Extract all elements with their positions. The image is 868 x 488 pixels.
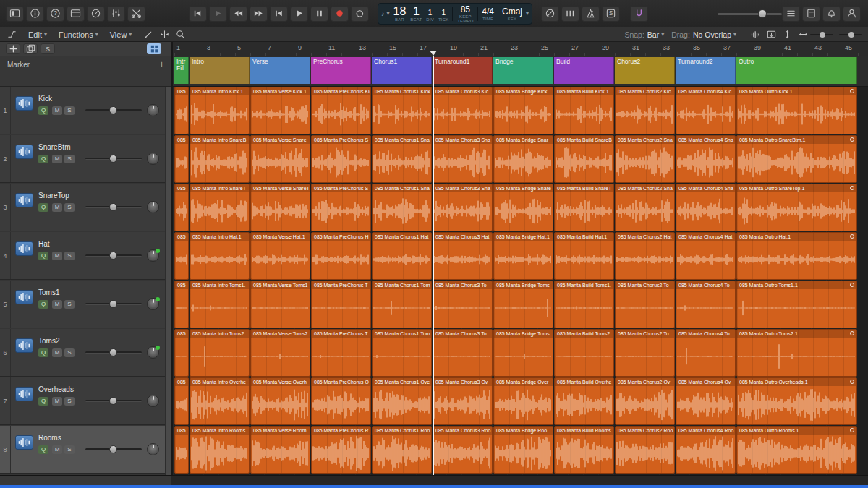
track-header-overheads[interactable]: 7OverheadsQMS xyxy=(0,377,165,425)
inspector-icon[interactable] xyxy=(26,6,44,22)
audio-region[interactable]: 085 Manta Chorus3 Ov xyxy=(433,377,493,425)
audio-region[interactable]: 085 Manta Verse Hat.1 xyxy=(250,232,310,280)
track-header-toms1[interactable]: 5Toms1QMS xyxy=(0,281,165,328)
track-volume-slider[interactable] xyxy=(85,202,142,212)
solo-button[interactable]: S xyxy=(64,300,75,309)
audio-region[interactable]: 085 Manta Bridge Toms xyxy=(493,281,553,328)
mute-button[interactable]: M xyxy=(52,445,62,454)
audio-region[interactable]: 085 Manta Build Toms1. xyxy=(554,281,614,328)
track-volume-slider[interactable] xyxy=(85,445,142,454)
tuner-icon[interactable] xyxy=(630,6,648,22)
audio-region[interactable]: 085 xyxy=(174,184,189,231)
quantize-button[interactable]: Q xyxy=(38,203,48,212)
audio-region[interactable]: 085 Manta Chorus2 To xyxy=(615,329,675,377)
audio-region[interactable]: 085 Manta Intro Overhe xyxy=(190,377,250,425)
toolbar-icon[interactable] xyxy=(67,6,85,22)
audio-region[interactable]: 085 Manta Chorus4 Roo xyxy=(676,426,736,474)
section-marker[interactable]: Bridge xyxy=(493,57,553,84)
audio-region[interactable]: 085 Manta Chorus4 Kic xyxy=(676,87,736,134)
audio-region[interactable]: 085 Manta Chorus4 To xyxy=(676,329,736,377)
audio-waveform-icon[interactable] xyxy=(15,435,33,450)
audio-region[interactable]: 085 Manta Chorus3 Hat xyxy=(433,232,493,280)
snap-dropdown[interactable]: Snap: Bar ▾ xyxy=(624,30,664,39)
section-marker[interactable]: Verse xyxy=(250,57,310,84)
audio-region[interactable]: 085 Manta Bridge Kick. xyxy=(493,87,553,134)
solo-icon[interactable]: S xyxy=(602,6,620,22)
audio-region[interactable]: 085 Manta Outro Toms1.1 xyxy=(736,281,857,328)
count-in-icon[interactable] xyxy=(561,6,579,22)
lcd-mode-icon[interactable]: ♪▾ xyxy=(381,10,390,17)
mute-button[interactable]: M xyxy=(52,203,62,212)
quantize-button[interactable]: Q xyxy=(38,252,48,260)
track-header-hat[interactable]: 4HatQMS xyxy=(0,232,165,280)
audio-region[interactable]: 085 Manta Verse Toms1 xyxy=(250,281,310,328)
track-volume-slider[interactable] xyxy=(85,154,142,163)
audio-region[interactable]: 085 Manta Chorus2 Hat xyxy=(615,232,675,280)
audio-region[interactable]: 085 Manta Outro SnareBtm.1 xyxy=(736,135,857,183)
solo-button[interactable]: S xyxy=(64,203,75,212)
master-solo-button[interactable]: S xyxy=(41,43,55,54)
pan-knob[interactable] xyxy=(147,153,159,165)
track-view-toggle-button[interactable] xyxy=(147,43,161,54)
menu-view[interactable]: View▾ xyxy=(105,28,137,41)
list-editors-icon[interactable] xyxy=(782,6,800,22)
pan-knob[interactable] xyxy=(147,249,159,262)
mute-button[interactable]: M xyxy=(52,252,62,260)
quantize-button[interactable]: Q xyxy=(38,300,48,309)
pan-knob[interactable] xyxy=(147,395,159,407)
solo-button[interactable]: S xyxy=(64,252,75,260)
pencil-icon[interactable] xyxy=(141,29,156,40)
section-marker[interactable]: Chorus2 xyxy=(615,57,675,84)
track-header-resize-gutter[interactable] xyxy=(165,87,171,475)
metronome-icon[interactable] xyxy=(582,6,600,22)
section-marker[interactable]: Intro xyxy=(190,57,250,84)
audio-region[interactable]: 085 Manta Chorus3 Kic xyxy=(433,87,493,134)
track-volume-slider[interactable] xyxy=(85,251,142,260)
audio-region[interactable]: 085 Manta Chorus4 To xyxy=(676,281,736,328)
audio-region[interactable]: 085 Manta Chorus1 Tom xyxy=(372,329,432,377)
solo-button[interactable]: S xyxy=(64,445,75,454)
record-icon[interactable] xyxy=(331,6,349,22)
pan-knob[interactable] xyxy=(147,201,159,213)
audio-region[interactable]: 085 Manta Bridge Snar xyxy=(493,135,553,183)
play-icon[interactable] xyxy=(290,6,308,22)
audio-region[interactable]: 085 Manta Chorus2 Roo xyxy=(615,426,675,474)
automation-icon[interactable] xyxy=(4,29,19,40)
solo-button[interactable]: S xyxy=(64,106,75,115)
menu-functions[interactable]: Functions▾ xyxy=(54,28,103,41)
audio-region[interactable]: 085 Manta Build Hat.1 xyxy=(554,232,614,280)
editors-icon[interactable] xyxy=(127,6,145,22)
audio-region[interactable]: 085 Manta Build Toms2. xyxy=(554,329,614,377)
vertical-zoom-slider[interactable] xyxy=(839,30,862,39)
quantize-button[interactable]: Q xyxy=(38,445,48,454)
lcd-dropdown-arrow[interactable]: ▾ xyxy=(526,10,529,17)
pan-knob[interactable] xyxy=(147,346,159,359)
audio-region[interactable]: 085 Manta Outro Toms2.1 xyxy=(736,329,857,377)
audio-region[interactable]: 085 Manta Chorus1 Tom xyxy=(372,281,432,328)
cycle-icon[interactable] xyxy=(351,6,369,22)
audio-region[interactable]: 085 Manta Bridge Snare xyxy=(493,184,553,231)
solo-button[interactable]: S xyxy=(64,397,75,406)
audio-region[interactable]: 085 Manta Chorus1 Ove xyxy=(372,377,432,425)
audio-region[interactable]: 085 Manta Chorus1 Kick xyxy=(372,87,432,134)
rewind-icon[interactable] xyxy=(229,6,247,22)
track-volume-slider[interactable] xyxy=(85,106,142,115)
user-icon[interactable] xyxy=(843,6,861,22)
quantize-button[interactable]: Q xyxy=(38,155,48,163)
audio-region[interactable]: 085 Manta PreChorus S xyxy=(311,135,371,183)
section-marker[interactable]: Turnaround1 xyxy=(433,57,493,84)
master-volume-slider[interactable] xyxy=(718,9,782,19)
audio-region[interactable]: 085 Manta Verse Kick.1 xyxy=(250,87,310,134)
audio-region[interactable]: 085 Manta Chorus4 Sna xyxy=(676,135,736,183)
lcd-tick[interactable]: 1TICK xyxy=(438,6,448,22)
audio-region[interactable]: 085 Manta Bridge Toms xyxy=(493,329,553,377)
audio-waveform-icon[interactable] xyxy=(15,145,33,159)
section-marker[interactable]: Build xyxy=(554,57,614,84)
bottom-scrollbar-area[interactable] xyxy=(0,475,868,485)
audio-waveform-icon[interactable] xyxy=(15,387,33,401)
audio-region[interactable]: 085 Manta Outro Hat.1 xyxy=(736,232,857,280)
audio-region[interactable]: 085 Manta PreChorus H xyxy=(311,232,371,280)
audio-region[interactable]: 085 Manta Intro SnareB xyxy=(190,135,250,183)
audio-region[interactable]: 085 Manta Chorus2 To xyxy=(615,281,675,328)
auto-track-zoom-icon[interactable] xyxy=(764,29,778,40)
